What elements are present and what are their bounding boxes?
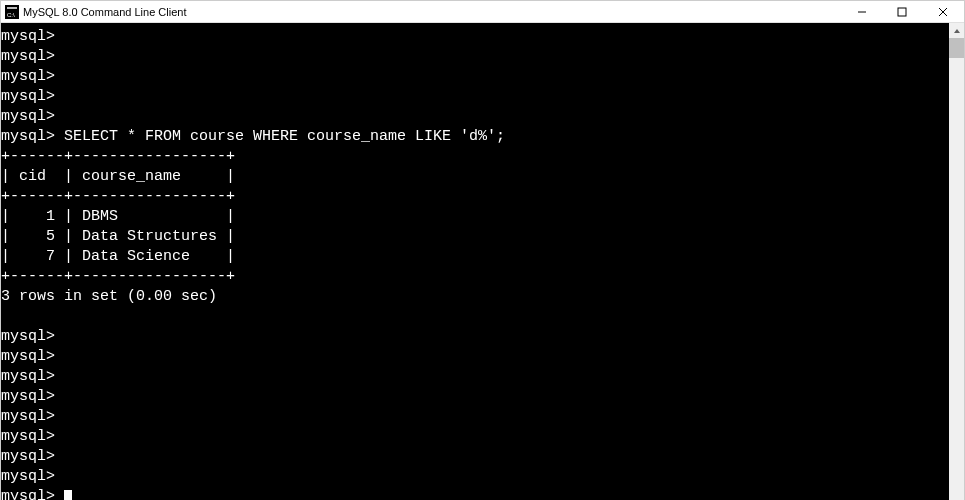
svg-text:C:\: C:\ bbox=[7, 12, 15, 18]
app-window: C:\ MySQL 8.0 Command Line Client mysql>… bbox=[0, 0, 965, 500]
svg-rect-1 bbox=[7, 7, 17, 9]
titlebar: C:\ MySQL 8.0 Command Line Client bbox=[1, 1, 964, 23]
scrollbar-up-button[interactable] bbox=[949, 23, 964, 38]
close-button[interactable] bbox=[922, 1, 964, 23]
minimize-button[interactable] bbox=[842, 1, 882, 23]
svg-rect-4 bbox=[898, 8, 906, 16]
scrollbar-thumb[interactable] bbox=[949, 38, 964, 58]
window-title: MySQL 8.0 Command Line Client bbox=[23, 6, 842, 18]
svg-marker-7 bbox=[954, 29, 960, 33]
maximize-button[interactable] bbox=[882, 1, 922, 23]
app-icon: C:\ bbox=[5, 5, 19, 19]
cursor bbox=[64, 490, 72, 500]
scrollbar[interactable] bbox=[949, 23, 964, 500]
terminal-container: mysql> mysql> mysql> mysql> mysql> mysql… bbox=[1, 23, 964, 500]
terminal[interactable]: mysql> mysql> mysql> mysql> mysql> mysql… bbox=[1, 23, 949, 500]
window-controls bbox=[842, 1, 964, 22]
